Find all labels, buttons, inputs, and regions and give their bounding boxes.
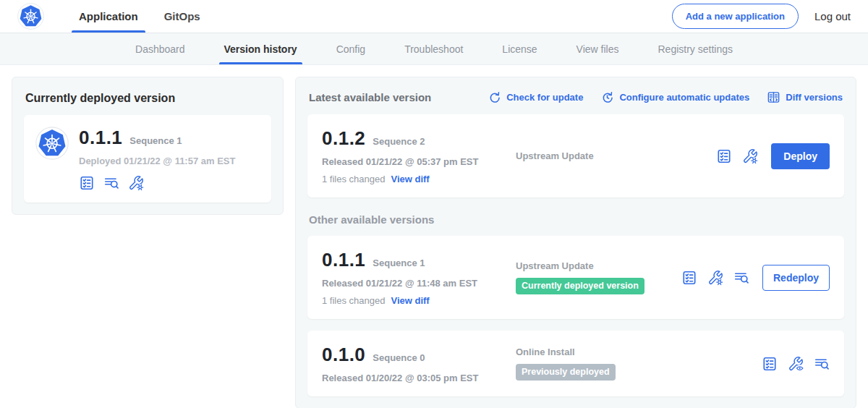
version-row-0-1-1: 0.1.1 Sequence 1 Released 01/21/22 @ 11:… xyxy=(307,236,844,319)
configure-automatic-updates-label: Configure automatic updates xyxy=(619,92,749,103)
version-history-actions: Check for update Configure automatic upd… xyxy=(488,90,843,104)
released-timestamp: Released 01/20/22 @ 03:05 pm EST xyxy=(322,373,516,383)
view-diff-link[interactable]: View diff xyxy=(391,174,429,184)
preflight-checklist-icon[interactable] xyxy=(762,356,778,372)
source-label: Upstream Update xyxy=(516,150,707,161)
subnav-dashboard[interactable]: Dashboard xyxy=(116,33,205,64)
app-icon-kubernetes xyxy=(35,127,69,160)
subnav-version-history[interactable]: Version history xyxy=(205,33,317,64)
diff-columns-icon xyxy=(767,90,780,104)
subnav-license-label: License xyxy=(502,43,537,55)
other-versions-title: Other available versions xyxy=(309,213,843,226)
tab-application[interactable]: Application xyxy=(66,0,151,33)
preflight-checklist-icon[interactable] xyxy=(716,148,732,164)
subnav-config-label: Config xyxy=(336,43,365,55)
config-wrench-eye-icon[interactable] xyxy=(788,356,804,372)
source-label: Upstream Update xyxy=(516,260,673,271)
version-source: Online Install Previously deployed xyxy=(516,347,762,381)
tab-application-label: Application xyxy=(79,10,138,22)
deploy-logs-icon[interactable] xyxy=(733,270,749,286)
refresh-icon xyxy=(488,90,501,104)
check-for-update-link[interactable]: Check for update xyxy=(488,90,583,104)
kubernetes-logo xyxy=(17,0,44,33)
view-diff-link[interactable]: View diff xyxy=(391,295,429,306)
subnav-version-history-label: Version history xyxy=(224,43,297,55)
released-timestamp: Released 01/21/22 @ 05:37 pm EST xyxy=(322,156,516,167)
add-new-application-button[interactable]: Add a new application xyxy=(672,4,799,29)
diff-versions-label: Diff versions xyxy=(786,92,843,103)
deploy-logs-icon[interactable] xyxy=(814,356,830,372)
diff-versions-link[interactable]: Diff versions xyxy=(767,90,843,104)
config-wrench-gear-icon[interactable] xyxy=(707,270,723,286)
subnav-troubleshoot[interactable]: Troubleshoot xyxy=(385,33,482,64)
sequence-label: Sequence 2 xyxy=(373,136,425,147)
deploy-logs-icon[interactable] xyxy=(103,175,119,191)
version-source: Upstream Update Currently deployed versi… xyxy=(516,260,681,294)
version-info: 0.1.0 Sequence 0 Released 01/20/22 @ 03:… xyxy=(322,344,516,383)
subnav-troubleshoot-label: Troubleshoot xyxy=(404,43,463,55)
tab-gitops[interactable]: GitOps xyxy=(151,0,213,33)
version-actions xyxy=(762,356,830,372)
sequence-label: Sequence 1 xyxy=(373,258,425,268)
preflight-checklist-icon[interactable] xyxy=(79,175,95,191)
redeploy-button[interactable]: Redeploy xyxy=(762,265,830,291)
version-source: Upstream Update xyxy=(516,150,716,161)
tab-gitops-label: GitOps xyxy=(164,10,200,22)
main-content: Currently deployed version 0.1.1 Sequenc… xyxy=(0,65,868,408)
config-wrench-gear-icon[interactable] xyxy=(128,175,144,191)
app-tabs: Application GitOps xyxy=(66,0,213,33)
deployed-timestamp: Deployed 01/21/22 @ 11:57 am EST xyxy=(79,156,235,166)
deployed-version-number: 0.1.1 xyxy=(79,127,122,149)
clock-refresh-icon xyxy=(600,90,614,104)
version-number: 0.1.1 xyxy=(322,249,365,271)
version-info: 0.1.1 Sequence 1 Released 01/21/22 @ 11:… xyxy=(322,249,516,306)
header-right: Add a new application Log out xyxy=(672,0,851,33)
subnav-view-files-label: View files xyxy=(576,43,619,55)
version-row-0-1-0: 0.1.0 Sequence 0 Released 01/20/22 @ 03:… xyxy=(307,331,844,396)
currently-deployed-card: Currently deployed version 0.1.1 Sequenc… xyxy=(12,77,284,215)
released-timestamp: Released 01/21/22 @ 11:48 am EST xyxy=(322,278,516,289)
logout-button[interactable]: Log out xyxy=(814,10,851,22)
subnav-registry-settings[interactable]: Registry settings xyxy=(639,33,752,64)
version-number: 0.1.0 xyxy=(322,344,365,366)
currently-deployed-badge: Currently deployed version xyxy=(516,278,644,294)
header-spacer xyxy=(213,0,672,33)
app-subnav: Dashboard Version history Config Trouble… xyxy=(0,33,868,65)
sequence-label: Sequence 0 xyxy=(373,352,425,363)
version-row-0-1-2: 0.1.2 Sequence 2 Released 01/21/22 @ 05:… xyxy=(307,114,844,197)
previously-deployed-badge: Previously deployed xyxy=(516,364,616,381)
files-changed-label: 1 files changed xyxy=(322,295,385,306)
deploy-button[interactable]: Deploy xyxy=(771,143,830,169)
latest-version-title: Latest available version xyxy=(309,91,431,103)
version-number: 0.1.2 xyxy=(322,127,365,150)
preflight-checklist-icon[interactable] xyxy=(681,270,697,286)
subnav-registry-settings-label: Registry settings xyxy=(658,43,733,55)
files-changed-label: 1 files changed xyxy=(322,174,385,184)
config-wrench-gear-icon[interactable] xyxy=(742,148,758,164)
subnav-dashboard-label: Dashboard xyxy=(135,43,185,55)
configure-automatic-updates-link[interactable]: Configure automatic updates xyxy=(600,90,749,104)
source-label: Online Install xyxy=(516,347,753,357)
subnav-license[interactable]: License xyxy=(482,33,556,64)
subnav-view-files[interactable]: View files xyxy=(557,33,639,64)
currently-deployed-title: Currently deployed version xyxy=(25,92,270,105)
deployed-action-icons xyxy=(79,175,235,191)
deployed-sequence-label: Sequence 1 xyxy=(129,135,182,146)
top-header: Application GitOps Add a new application… xyxy=(0,0,868,33)
version-actions: Redeploy xyxy=(681,265,830,291)
subnav-config[interactable]: Config xyxy=(317,33,385,64)
deployed-version-info: 0.1.1 Sequence 1 Deployed 01/21/22 @ 11:… xyxy=(79,127,235,191)
check-for-update-label: Check for update xyxy=(506,92,583,103)
version-history-panel: Latest available version Check for updat… xyxy=(295,77,856,408)
version-actions: Deploy xyxy=(716,143,830,169)
version-info: 0.1.2 Sequence 2 Released 01/21/22 @ 05:… xyxy=(322,127,516,184)
latest-version-header: Latest available version Check for updat… xyxy=(309,90,843,104)
currently-deployed-version-card: 0.1.1 Sequence 1 Deployed 01/21/22 @ 11:… xyxy=(24,115,271,203)
